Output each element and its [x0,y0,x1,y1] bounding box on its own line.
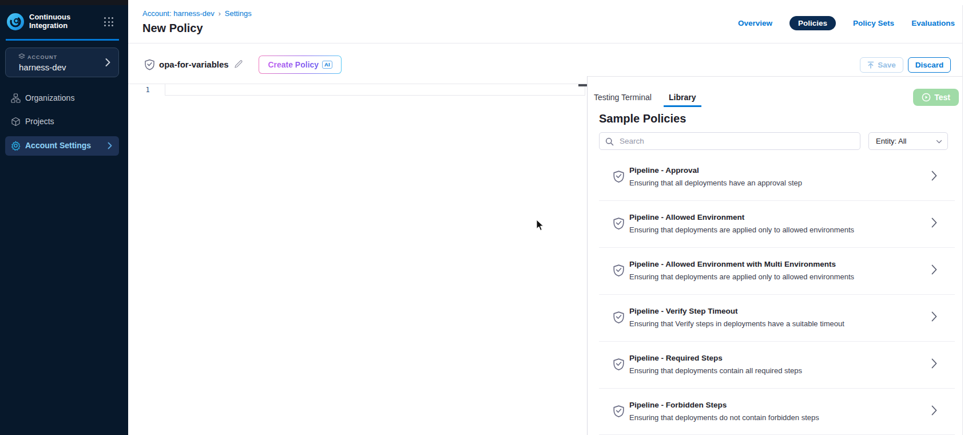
harness-ci-logo-glyph [9,15,22,28]
policy-nav-tabs: Overview Policies Policy Sets Evaluation… [738,15,955,30]
minimap-marker [578,84,587,86]
sample-policy-title: Pipeline - Verify Step Timeout [629,307,738,315]
sidebar-item-account-settings[interactable]: Account Settings [5,136,119,156]
discard-button[interactable]: Discard [908,57,951,73]
content-right-border [962,5,963,435]
editor-current-line[interactable] [165,84,585,96]
mouse-cursor [536,219,544,231]
ai-badge: AI [322,61,332,69]
sample-policy-row[interactable]: Pipeline - Allowed Environment with Mult… [588,260,962,307]
product-title: Continuous Integration [29,13,86,30]
entity-filter-dropdown[interactable]: Entity: All [868,132,948,150]
test-button[interactable]: Test [913,89,959,106]
sample-policy-row[interactable]: Pipeline - Forbidden Steps Ensuring that… [588,401,962,435]
window-top-strip [0,0,128,5]
account-scope-label: ACCOUNT [27,54,57,60]
policy-shield-icon [144,59,155,70]
sidebar-item-label: Projects [25,117,54,126]
sidebar-item-label: Account Settings [25,141,91,150]
sample-policy-description: Ensuring that deployments do not contain… [629,413,819,422]
harness-logo[interactable] [7,13,24,30]
policy-shield-icon [613,264,625,277]
breadcrumb: Account: harness-dev›Settings [142,9,252,18]
module-grid-icon[interactable] [104,17,114,27]
sidebar-item-organizations[interactable]: Organizations [0,89,128,108]
search-box [599,132,860,150]
policy-shield-icon [613,217,625,230]
header-divider [128,43,962,43]
policy-shield-icon [613,405,625,418]
gear-icon [11,141,21,151]
test-label: Test [934,93,950,102]
chevron-right-icon [105,58,110,67]
sample-policy-title: Pipeline - Approval [629,166,699,175]
breadcrumb-account-link[interactable]: Account: harness-dev [142,9,215,18]
sidebar-item-label: Organizations [25,93,74,102]
breadcrumb-settings-link[interactable]: Settings [225,9,252,18]
breadcrumb-separator: › [219,10,221,18]
list-divider [599,341,955,342]
projects-icon [11,117,21,126]
sidebar-item-projects[interactable]: Projects [0,112,128,132]
tab-overview[interactable]: Overview [738,19,772,27]
sample-policy-row[interactable]: Pipeline - Allowed Environment Ensuring … [588,213,962,260]
sample-policies-heading: Sample Policies [599,112,686,125]
sample-policy-description: Ensuring that deployments contain all re… [629,366,802,375]
chevron-right-icon [931,171,937,181]
sample-policy-title: Pipeline - Required Steps [629,354,723,362]
search-input[interactable] [618,133,853,149]
save-label: Save [878,61,896,69]
chevron-down-icon [936,139,942,145]
sample-policy-description: Ensuring that Verify steps in deployment… [629,319,844,328]
play-circle-icon [922,93,931,102]
sample-policy-description: Ensuring that deployments are applied on… [629,272,854,281]
save-button[interactable]: Save [860,57,903,73]
chevron-right-icon [108,142,112,149]
edit-pencil-icon[interactable] [233,59,244,69]
sample-policy-title: Pipeline - Allowed Environment with Mult… [629,260,836,268]
upload-icon [867,61,874,69]
module-accent-bar [6,39,119,41]
sample-policy-row[interactable]: Pipeline - Approval Ensuring that all de… [588,166,962,213]
account-scope-card[interactable]: ACCOUNT harness-dev [5,48,119,77]
discard-label: Discard [915,61,944,69]
sidebar: Continuous Integration ACCOUNT harness-d… [0,5,128,435]
page-title: New Policy [142,22,203,35]
entity-filter-value: Entity: All [876,137,906,145]
sample-policy-row[interactable]: Pipeline - Verify Step Timeout Ensuring … [588,307,962,354]
policy-name: opa-for-variables [159,60,229,69]
account-name: harness-dev [19,62,66,72]
tab-policy-sets[interactable]: Policy Sets [853,19,894,27]
policy-shield-icon [613,358,625,371]
chevron-right-icon [931,217,937,228]
search-icon [605,137,614,146]
chevron-right-icon [931,311,937,322]
sample-policy-title: Pipeline - Forbidden Steps [629,401,727,409]
list-divider [599,388,955,389]
create-policy-label: Create Policy [268,60,319,69]
layers-icon [18,53,25,60]
sample-policy-row[interactable]: Pipeline - Required Steps Ensuring that … [588,354,962,401]
sample-policy-title: Pipeline - Allowed Environment [629,213,744,222]
organizations-icon [11,93,21,103]
chevron-right-icon [931,358,937,369]
create-policy-button[interactable]: Create Policy AI [259,56,342,74]
tab-policies[interactable]: Policies [789,16,836,30]
chevron-right-icon [931,264,937,275]
app-window: Continuous Integration ACCOUNT harness-d… [0,0,980,435]
panel-top-border [587,76,962,77]
policy-shield-icon [613,170,625,183]
tab-evaluations[interactable]: Evaluations [911,19,955,27]
list-divider [599,200,955,201]
policy-shield-icon [613,311,625,324]
list-divider [599,294,955,295]
sample-policy-description: Ensuring that all deployments have an ap… [629,179,802,187]
tab-testing-terminal[interactable]: Testing Terminal [594,93,652,102]
chevron-right-icon [931,405,937,416]
active-tab-underline [664,105,701,107]
tab-library[interactable]: Library [669,93,696,102]
editor-line-number: 1 [142,86,153,94]
sample-policy-description: Ensuring that deployments are applied on… [629,226,854,234]
list-divider [599,247,955,248]
